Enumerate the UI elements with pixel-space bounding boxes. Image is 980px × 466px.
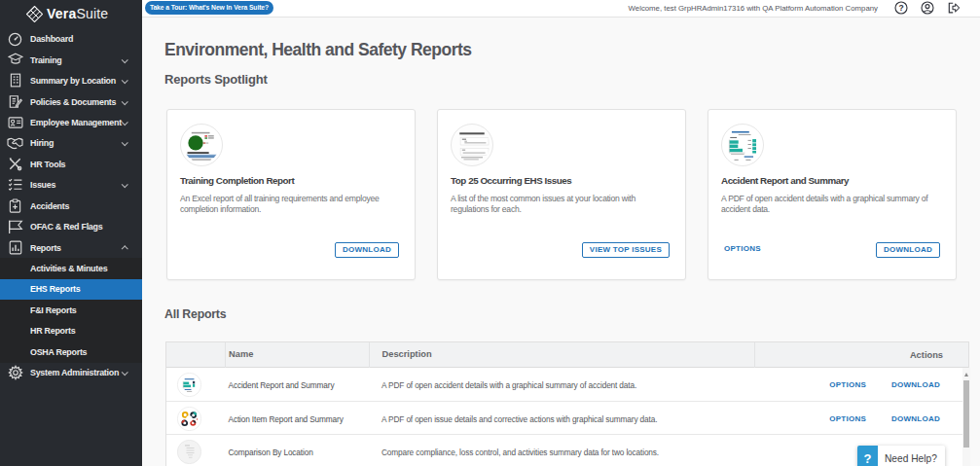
svg-text:?: ? [898,3,903,13]
